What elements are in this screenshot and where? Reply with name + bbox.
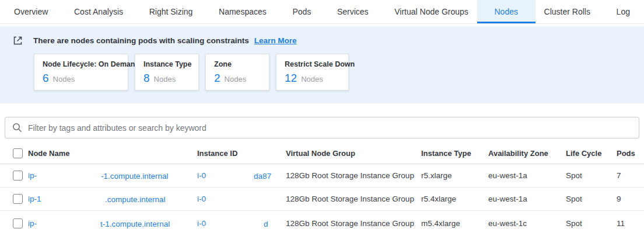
col-header-pods: Pods <box>617 149 644 158</box>
tab-cost-analysis[interactable]: Cost Analysis <box>74 0 123 23</box>
card-node-lifecycle[interactable]: Node Lifecycle: On Demand 6Nodes <box>34 54 128 91</box>
card-value: 12 <box>285 72 297 84</box>
constraint-summary-cards: Node Lifecycle: On Demand 6Nodes Instanc… <box>34 54 644 91</box>
availability-zone-cell: eu-west-1a <box>488 195 566 203</box>
tab-bar: Overview Cost Analysis Right Sizing Name… <box>0 0 644 24</box>
card-label: Zone <box>214 60 261 68</box>
tab-services[interactable]: Services <box>337 0 369 23</box>
life-cycle-cell: Spot <box>566 195 617 203</box>
select-all-checkbox[interactable] <box>13 148 23 158</box>
card-value: 8 <box>144 72 150 84</box>
availability-zone-cell: eu-west-1a <box>488 171 566 180</box>
col-header-instance-id: Instance ID <box>197 149 286 158</box>
instance-type-cell: m5.4xlarge <box>421 219 488 228</box>
search-input[interactable] <box>28 123 632 133</box>
card-instance-type[interactable]: Instance Type 8Nodes <box>135 54 199 91</box>
instance-id-link[interactable]: i-0 <box>197 219 206 228</box>
table-row: ip- t-1.compute.internal i-0 d 128Gb Roo… <box>0 211 644 236</box>
life-cycle-cell: Spot <box>566 219 617 228</box>
nodes-table: Node Name Instance ID Virtual Node Group… <box>0 143 644 236</box>
nodes-page: Overview Cost Analysis Right Sizing Name… <box>0 0 644 236</box>
search-icon <box>12 123 22 133</box>
tab-overview[interactable]: Overview <box>14 0 48 23</box>
tab-log[interactable]: Log <box>617 0 630 23</box>
availability-zone-cell: eu-west-1c <box>488 219 566 228</box>
tab-pods[interactable]: Pods <box>292 0 311 23</box>
instance-id-link[interactable]: i-0 <box>197 171 206 180</box>
row-checkbox[interactable] <box>13 218 23 228</box>
card-zone[interactable]: Zone 2Nodes <box>205 54 270 91</box>
virtual-node-group-cell: 128Gb Root Storage Instance Group <box>286 195 421 203</box>
col-header-availability-zone: Availability Zone <box>488 149 566 158</box>
pods-cell: 9 <box>617 195 644 203</box>
tab-cluster-rolls[interactable]: Cluster Rolls <box>544 0 590 23</box>
node-name-link[interactable]: ip- <box>28 219 37 228</box>
tab-right-sizing[interactable]: Right Sizing <box>149 0 193 23</box>
instance-id-link[interactable]: d <box>264 219 268 228</box>
learn-more-link[interactable]: Learn More <box>254 36 297 45</box>
table-row: ip-1 .compute.internal i-0 128Gb Root St… <box>0 188 644 211</box>
node-name-link[interactable]: ip-1 <box>28 195 41 203</box>
node-name-link[interactable]: ip- <box>28 171 37 180</box>
card-label: Node Lifecycle: On Demand <box>43 60 120 68</box>
instance-id-link[interactable]: da87 <box>254 171 271 180</box>
instance-type-cell: r5.4xlarge <box>421 195 488 203</box>
card-unit: Nodes <box>53 75 75 84</box>
tab-nodes[interactable]: Nodes <box>477 0 536 23</box>
scaling-constraints-banner: There are nodes containing pods with sca… <box>0 26 644 103</box>
node-name-link[interactable]: -1.compute.internal <box>101 171 169 180</box>
node-name-link[interactable]: t-1.compute.internal <box>100 219 170 228</box>
card-label: Restrict Scale Down <box>285 60 340 68</box>
card-label: Instance Type <box>144 60 190 68</box>
banner-message: There are nodes containing pods with sca… <box>33 36 249 45</box>
tab-virtual-node-groups[interactable]: Virtual Node Groups <box>394 0 468 23</box>
card-unit: Nodes <box>301 75 323 84</box>
life-cycle-cell: Spot <box>566 171 617 180</box>
filter-search-bar[interactable] <box>5 117 639 138</box>
pods-cell: 11 <box>617 219 644 228</box>
virtual-node-group-cell: 128Gb Root Storage Instance Group <box>286 171 421 180</box>
card-unit: Nodes <box>225 75 247 84</box>
card-unit: Nodes <box>154 75 176 84</box>
virtual-node-group-cell: 128Gb Root Storage Instance Group <box>286 219 421 228</box>
card-value: 6 <box>43 72 49 84</box>
table-row: ip- -1.compute.internal i-0 da87 128Gb R… <box>0 164 644 188</box>
col-header-instance-type: Instance Type <box>421 149 488 158</box>
col-header-life-cycle: Life Cycle <box>566 149 617 158</box>
card-restrict-scale-down[interactable]: Restrict Scale Down 12Nodes <box>276 54 349 91</box>
pods-cell: 7 <box>617 171 644 180</box>
col-header-virtual-node-group: Virtual Node Group <box>286 149 421 158</box>
row-checkbox[interactable] <box>13 171 23 181</box>
tab-namespaces[interactable]: Namespaces <box>219 0 267 23</box>
table-header-row: Node Name Instance ID Virtual Node Group… <box>0 143 644 164</box>
instance-type-cell: r5.xlarge <box>421 171 488 180</box>
card-value: 2 <box>214 72 220 84</box>
row-checkbox[interactable] <box>13 194 23 204</box>
col-header-node-name: Node Name <box>28 149 197 158</box>
node-name-link[interactable]: .compute.internal <box>105 195 166 203</box>
instance-id-link[interactable]: i-0 <box>197 195 206 203</box>
scale-up-icon <box>13 35 23 46</box>
